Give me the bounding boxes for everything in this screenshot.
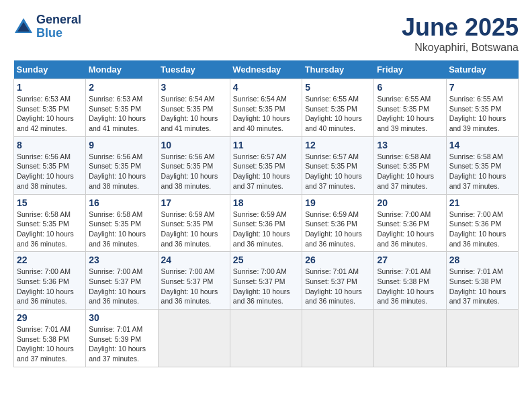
calendar-cell: 9Sunrise: 6:56 AMSunset: 5:35 PMDaylight… — [86, 136, 158, 194]
day-number: 10 — [161, 140, 227, 150]
header-thursday: Thursday — [302, 60, 374, 79]
calendar-cell: 23Sunrise: 7:00 AMSunset: 5:37 PMDayligh… — [86, 252, 158, 310]
day-info: Sunrise: 6:55 AMSunset: 5:35 PMDaylight:… — [305, 94, 371, 134]
calendar-week-row: 22Sunrise: 7:00 AMSunset: 5:36 PMDayligh… — [14, 252, 519, 310]
day-number: 13 — [377, 140, 443, 150]
day-number: 15 — [17, 197, 83, 208]
calendar-table: Sunday Monday Tuesday Wednesday Thursday… — [13, 60, 519, 367]
calendar-cell: 18Sunrise: 6:59 AMSunset: 5:36 PMDayligh… — [230, 194, 302, 252]
calendar-week-row: 1Sunrise: 6:53 AMSunset: 5:35 PMDaylight… — [14, 79, 519, 137]
calendar-cell: 1Sunrise: 6:53 AMSunset: 5:35 PMDaylight… — [14, 79, 86, 137]
day-number: 20 — [377, 197, 443, 208]
day-number: 6 — [377, 82, 443, 93]
day-info: Sunrise: 6:55 AMSunset: 5:35 PMDaylight:… — [377, 94, 443, 134]
day-info: Sunrise: 7:01 AMSunset: 5:38 PMDaylight:… — [377, 267, 443, 306]
calendar-cell — [374, 310, 446, 367]
calendar-cell: 5Sunrise: 6:55 AMSunset: 5:35 PMDaylight… — [302, 79, 374, 137]
calendar-cell: 2Sunrise: 6:53 AMSunset: 5:35 PMDaylight… — [86, 79, 158, 137]
day-number: 17 — [161, 197, 227, 208]
day-info: Sunrise: 7:00 AMSunset: 5:36 PMDaylight:… — [377, 210, 443, 249]
day-number: 12 — [305, 140, 371, 150]
calendar-cell: 21Sunrise: 7:00 AMSunset: 5:36 PMDayligh… — [446, 194, 518, 252]
calendar-cell: 30Sunrise: 7:01 AMSunset: 5:39 PMDayligh… — [86, 310, 158, 367]
header-tuesday: Tuesday — [158, 60, 230, 79]
day-number: 26 — [305, 255, 371, 265]
day-info: Sunrise: 7:01 AMSunset: 5:37 PMDaylight:… — [305, 267, 371, 306]
day-number: 24 — [161, 255, 227, 265]
day-number: 11 — [233, 140, 299, 150]
day-info: Sunrise: 6:53 AMSunset: 5:35 PMDaylight:… — [89, 94, 154, 134]
calendar-cell: 7Sunrise: 6:55 AMSunset: 5:35 PMDaylight… — [446, 79, 518, 137]
header-saturday: Saturday — [446, 60, 518, 79]
day-number: 9 — [89, 140, 154, 150]
calendar-cell: 12Sunrise: 6:57 AMSunset: 5:35 PMDayligh… — [302, 136, 374, 194]
calendar-cell: 16Sunrise: 6:58 AMSunset: 5:35 PMDayligh… — [86, 194, 158, 252]
header-sunday: Sunday — [14, 60, 86, 79]
calendar-cell: 25Sunrise: 7:00 AMSunset: 5:37 PMDayligh… — [230, 252, 302, 310]
day-info: Sunrise: 6:56 AMSunset: 5:35 PMDaylight:… — [89, 152, 154, 191]
day-number: 2 — [89, 82, 154, 93]
day-info: Sunrise: 7:01 AMSunset: 5:39 PMDaylight:… — [89, 324, 154, 364]
day-info: Sunrise: 6:55 AMSunset: 5:35 PMDaylight:… — [449, 94, 515, 134]
calendar-cell: 19Sunrise: 6:59 AMSunset: 5:36 PMDayligh… — [302, 194, 374, 252]
day-number: 18 — [233, 197, 299, 208]
location: Nkoyaphiri, Botswana — [402, 42, 519, 54]
day-info: Sunrise: 7:00 AMSunset: 5:37 PMDaylight:… — [233, 267, 299, 306]
day-info: Sunrise: 6:59 AMSunset: 5:35 PMDaylight:… — [161, 210, 227, 249]
day-info: Sunrise: 6:59 AMSunset: 5:36 PMDaylight:… — [305, 210, 371, 249]
calendar-cell: 28Sunrise: 7:01 AMSunset: 5:38 PMDayligh… — [446, 252, 518, 310]
day-info: Sunrise: 6:54 AMSunset: 5:35 PMDaylight:… — [233, 94, 299, 134]
calendar-cell: 4Sunrise: 6:54 AMSunset: 5:35 PMDaylight… — [230, 79, 302, 137]
day-number: 3 — [161, 82, 227, 93]
logo-text: General Blue — [36, 13, 81, 40]
header-friday: Friday — [374, 60, 446, 79]
day-number: 1 — [17, 82, 83, 93]
calendar-cell: 15Sunrise: 6:58 AMSunset: 5:35 PMDayligh… — [14, 194, 86, 252]
day-info: Sunrise: 7:00 AMSunset: 5:36 PMDaylight:… — [449, 210, 515, 249]
day-info: Sunrise: 6:56 AMSunset: 5:35 PMDaylight:… — [161, 152, 227, 191]
day-info: Sunrise: 6:58 AMSunset: 5:35 PMDaylight:… — [17, 210, 83, 249]
calendar-cell — [230, 310, 302, 367]
day-info: Sunrise: 6:59 AMSunset: 5:36 PMDaylight:… — [233, 210, 299, 249]
calendar-cell: 14Sunrise: 6:58 AMSunset: 5:35 PMDayligh… — [446, 136, 518, 194]
day-number: 21 — [449, 197, 515, 208]
day-info: Sunrise: 6:54 AMSunset: 5:35 PMDaylight:… — [161, 94, 227, 134]
day-number: 25 — [233, 255, 299, 265]
calendar-cell: 26Sunrise: 7:01 AMSunset: 5:37 PMDayligh… — [302, 252, 374, 310]
day-info: Sunrise: 6:58 AMSunset: 5:35 PMDaylight:… — [449, 152, 515, 191]
calendar-cell: 22Sunrise: 7:00 AMSunset: 5:36 PMDayligh… — [14, 252, 86, 310]
logo-icon — [13, 17, 34, 37]
day-info: Sunrise: 6:53 AMSunset: 5:35 PMDaylight:… — [17, 94, 83, 134]
day-info: Sunrise: 6:57 AMSunset: 5:35 PMDaylight:… — [305, 152, 371, 191]
logo-line2: Blue — [36, 27, 81, 40]
calendar-cell: 20Sunrise: 7:00 AMSunset: 5:36 PMDayligh… — [374, 194, 446, 252]
calendar-cell: 13Sunrise: 6:58 AMSunset: 5:35 PMDayligh… — [374, 136, 446, 194]
calendar-cell — [446, 310, 518, 367]
calendar-week-row: 15Sunrise: 6:58 AMSunset: 5:35 PMDayligh… — [14, 194, 519, 252]
calendar-cell: 8Sunrise: 6:56 AMSunset: 5:35 PMDaylight… — [14, 136, 86, 194]
calendar-cell: 24Sunrise: 7:00 AMSunset: 5:37 PMDayligh… — [158, 252, 230, 310]
title-area: June 2025 Nkoyaphiri, Botswana — [402, 13, 519, 54]
day-info: Sunrise: 7:00 AMSunset: 5:36 PMDaylight:… — [17, 267, 83, 306]
day-number: 29 — [17, 312, 83, 323]
day-number: 14 — [449, 140, 515, 150]
day-info: Sunrise: 7:01 AMSunset: 5:38 PMDaylight:… — [17, 324, 83, 364]
header-wednesday: Wednesday — [230, 60, 302, 79]
day-info: Sunrise: 6:57 AMSunset: 5:35 PMDaylight:… — [233, 152, 299, 191]
day-number: 5 — [305, 82, 371, 93]
calendar-cell: 17Sunrise: 6:59 AMSunset: 5:35 PMDayligh… — [158, 194, 230, 252]
calendar-cell: 29Sunrise: 7:01 AMSunset: 5:38 PMDayligh… — [14, 310, 86, 367]
day-number: 19 — [305, 197, 371, 208]
day-info: Sunrise: 6:58 AMSunset: 5:35 PMDaylight:… — [89, 210, 154, 249]
day-info: Sunrise: 7:00 AMSunset: 5:37 PMDaylight:… — [89, 267, 154, 306]
day-number: 27 — [377, 255, 443, 265]
calendar-cell — [302, 310, 374, 367]
day-number: 23 — [89, 255, 154, 265]
day-info: Sunrise: 6:56 AMSunset: 5:35 PMDaylight:… — [17, 152, 83, 191]
calendar-week-row: 8Sunrise: 6:56 AMSunset: 5:35 PMDaylight… — [14, 136, 519, 194]
month-title: June 2025 — [402, 13, 519, 42]
day-number: 4 — [233, 82, 299, 93]
day-info: Sunrise: 7:00 AMSunset: 5:37 PMDaylight:… — [161, 267, 227, 306]
page-header: General Blue June 2025 Nkoyaphiri, Botsw… — [13, 13, 519, 54]
calendar-cell: 27Sunrise: 7:01 AMSunset: 5:38 PMDayligh… — [374, 252, 446, 310]
